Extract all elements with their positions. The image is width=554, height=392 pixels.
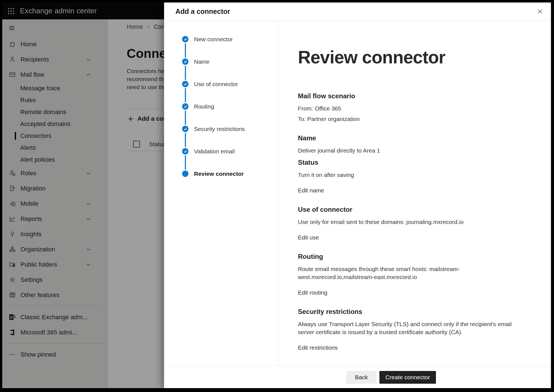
back-button[interactable]: Back [346,371,377,384]
group-value: From: Office 365 [298,104,515,112]
add-connector-dialog: Add a connector New connector Name [164,2,551,388]
close-icon [537,8,543,15]
group-value: Route email messages through these smart… [298,265,515,281]
step-label: Use of connector [194,81,238,87]
step-check-icon [182,36,188,42]
step-label: Name [194,58,210,65]
review-group-mail-flow-scenario: Mail flow scenario From: Office 365 To: … [298,92,515,123]
review-panel: Review connector Mail flow scenario From… [279,21,551,366]
review-group-status: Status Turn it on after saving Edit name [298,158,515,194]
review-title: Review connector [298,47,551,68]
step-check-icon [182,81,188,87]
step-label: Security restrictions [194,126,245,132]
step-check-icon [182,126,188,132]
group-heading: Security restrictions [298,308,515,316]
step-label: Routing [194,103,214,110]
edit-use-link[interactable]: Edit use [298,233,319,241]
wizard-step-routing: Routing [182,95,278,118]
group-heading: Use of connector [298,205,515,214]
review-group-use-of-connector: Use of connector Use only for email sent… [298,205,515,241]
wizard-steps: New connector Name Use of connector Rout… [164,21,279,366]
wizard-step-security-restrictions: Security restrictions [182,118,278,140]
wizard-step-review-connector: Review connector [182,163,278,185]
edit-name-link[interactable]: Edit name [298,186,324,194]
dialog-footer: Back Create connector [164,366,551,388]
step-current-dot [182,171,188,177]
create-connector-button[interactable]: Create connector [379,371,436,384]
step-check-icon [182,58,188,65]
group-heading: Name [298,134,515,142]
edit-restrictions-link[interactable]: Edit restrictions [298,344,338,352]
group-heading: Status [298,158,515,167]
group-value: Use only for email sent to these domains… [298,218,515,226]
group-value: Turn it on after saving [298,171,515,179]
wizard-step-validation-email: Validation email [182,140,278,163]
step-check-icon [182,103,188,110]
screen: Exchange admin center Home [2,2,551,388]
group-value: Deliver journal directly to Area 1 [298,146,515,154]
step-label: Review connector [194,171,244,177]
close-button[interactable] [534,6,545,17]
group-heading: Mail flow scenario [298,92,515,100]
step-check-icon [182,148,188,154]
review-group-security-restrictions: Security restrictions Always use Transpo… [298,308,515,352]
group-value: To: Partner organization [298,115,515,123]
dialog-header: Add a connector [164,2,551,21]
group-heading: Routing [298,252,515,261]
review-group-routing: Routing Route email messages through the… [298,252,515,296]
edit-routing-link[interactable]: Edit routing [298,288,327,296]
wizard-step-new-connector: New connector [182,28,278,50]
wizard-step-name: Name [182,50,278,73]
step-label: New connector [194,36,233,43]
step-label: Validation email [194,148,235,155]
review-group-name: Name Deliver journal directly to Area 1 [298,134,515,154]
wizard-step-use-of-connector: Use of connector [182,73,278,95]
group-value: Always use Transport Layer Security (TLS… [298,320,515,336]
dialog-title: Add a connector [175,7,230,16]
